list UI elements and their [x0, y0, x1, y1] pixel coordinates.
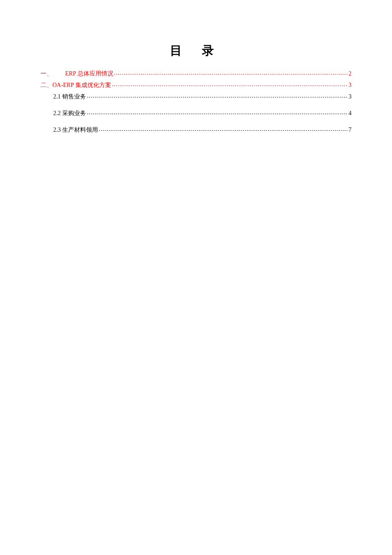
toc-leader — [99, 126, 348, 132]
toc-page: 2 — [349, 70, 352, 77]
toc-page: 7 — [349, 127, 352, 133]
toc-page: 4 — [349, 110, 352, 117]
toc-entry-level2: 2.2 采购业务 4 — [53, 109, 352, 117]
toc-leader — [112, 81, 348, 87]
toc-label-prefix: 一、 — [40, 70, 52, 77]
toc-leader — [87, 109, 348, 115]
toc-leader — [87, 92, 348, 98]
toc-page: 3 — [349, 82, 352, 89]
toc-label: 2.3 生产材料领用 — [53, 126, 98, 134]
toc-label: 一、ERP 总体应用情况 — [40, 70, 113, 78]
toc-entry-level2: 2.3 生产材料领用 7 — [53, 126, 352, 134]
toc-page: 3 — [349, 93, 352, 100]
toc-container: 一、ERP 总体应用情况 2 二、OA-ERP 集成优化方案 3 2.1 销售业… — [40, 69, 352, 134]
toc-entry-level2: 2.1 销售业务 3 — [53, 92, 352, 101]
toc-label: 二、OA-ERP 集成优化方案 — [40, 81, 111, 89]
toc-entry-level1: 二、OA-ERP 集成优化方案 3 — [40, 81, 352, 89]
toc-label: 2.2 采购业务 — [53, 110, 86, 117]
page-title: 目 录 — [40, 43, 352, 59]
toc-label: 2.1 销售业务 — [53, 93, 86, 101]
toc-entry-level1: 一、ERP 总体应用情况 2 — [40, 69, 352, 78]
toc-label-text: ERP 总体应用情况 — [65, 70, 113, 77]
toc-leader — [114, 69, 348, 75]
